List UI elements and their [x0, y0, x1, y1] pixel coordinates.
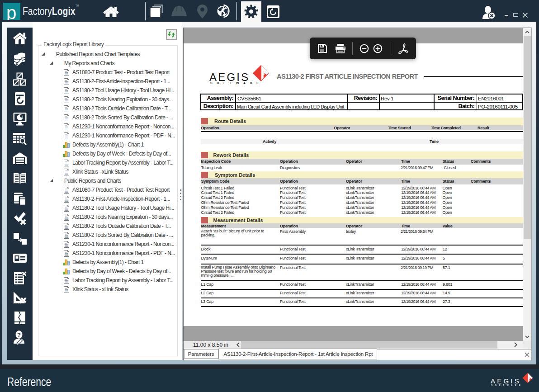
svg-text:?: ? [17, 331, 21, 338]
